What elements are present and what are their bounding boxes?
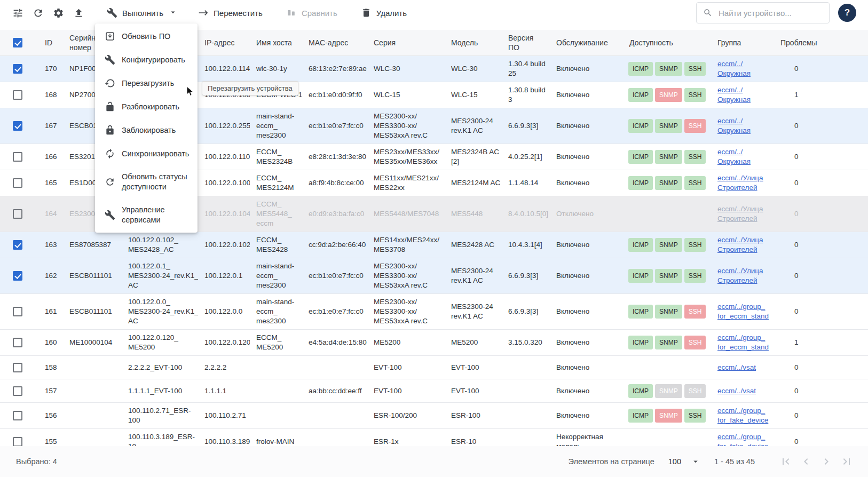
menu-item-reboot[interactable]: Перезагрузить <box>95 71 198 95</box>
serial-cell <box>63 379 122 403</box>
version-cell: 4.0.25.2[1] <box>502 144 550 170</box>
row-checkbox[interactable] <box>13 152 22 162</box>
move-button[interactable]: Переместить <box>194 4 267 21</box>
row-checkbox[interactable] <box>13 121 22 131</box>
service-cell: Включено <box>550 258 623 294</box>
group-link[interactable]: eccm/../Улица Строителей <box>717 267 763 284</box>
table-row[interactable]: 1571.1.1.1_EVT-1001.1.1.1aa:bb:cc:dd:ee:… <box>0 379 868 403</box>
row-checkbox[interactable] <box>13 271 22 281</box>
move-label: Переместить <box>214 9 263 18</box>
group-link[interactable]: eccm/../Улица Строителей <box>717 174 763 192</box>
row-checkbox[interactable] <box>13 386 22 396</box>
menu-item-configure[interactable]: Конфигурировать <box>95 48 198 71</box>
table-row[interactable]: 163ES87085387100.122.0.102_ MES2428_AC10… <box>0 232 868 258</box>
group-link[interactable]: eccm/../group_ for_eccm_stand <box>717 333 769 351</box>
filter-columns-button[interactable] <box>7 3 28 23</box>
next-page-button[interactable] <box>819 454 834 469</box>
row-checkbox[interactable] <box>13 437 22 447</box>
row-checkbox[interactable] <box>13 240 22 250</box>
availability-badge-snmp: SNMP <box>655 409 682 423</box>
model-cell: MES2300-24 rev.K1 AC <box>445 108 502 144</box>
availability-badge-icmp: ICMP <box>628 305 653 319</box>
table-row[interactable]: 160ME10000104100.122.0.120_ ME5200100.12… <box>0 330 868 356</box>
delete-button[interactable]: Удалить <box>357 4 411 21</box>
menu-item-lock[interactable]: Заблокировать <box>95 118 198 142</box>
group-link[interactable]: eccm/../vsat <box>717 363 756 371</box>
row-checkbox[interactable] <box>13 64 22 74</box>
row-checkbox[interactable] <box>13 209 22 219</box>
table-row[interactable]: 161ESCB011101100.122.0.0_ MES2300-24_rev… <box>0 294 868 330</box>
checkbox-cell <box>0 356 38 379</box>
menu-item-unlock[interactable]: Разблокировать <box>95 95 198 118</box>
name-cell: 100.122.0.1_ MES2300-24_rev.K1_ AC <box>122 258 198 294</box>
menu-item-label: Синхронизировать <box>122 149 189 159</box>
availability-badge-ssh: SSH <box>684 384 706 398</box>
service-cell: Включено <box>550 403 623 429</box>
ip-cell: 100.122.0.114 <box>198 56 250 82</box>
group-link[interactable]: eccm/../Улица Строителей <box>717 236 763 253</box>
id-cell: 157 <box>38 379 63 403</box>
row-checkbox[interactable] <box>13 90 22 100</box>
menu-item-manage-services[interactable]: Управление сервисами <box>95 198 198 232</box>
prev-page-button[interactable] <box>799 454 814 469</box>
refresh-button[interactable] <box>28 3 48 23</box>
row-checkbox[interactable] <box>13 338 22 347</box>
menu-item-synchronize[interactable]: Синхронизировать <box>95 142 198 165</box>
checkbox-cell <box>0 82 38 108</box>
problems-cell: 0 <box>774 294 868 330</box>
chevron-down-icon <box>168 7 178 19</box>
problems-cell: 0 <box>774 356 868 379</box>
row-checkbox[interactable] <box>13 178 22 188</box>
help-button[interactable]: ? <box>838 4 856 22</box>
serial-cell <box>63 356 122 379</box>
ip-cell: 100.122.0.255 <box>198 108 250 144</box>
select-all-checkbox[interactable] <box>13 38 22 47</box>
upload-button[interactable] <box>68 3 89 23</box>
execute-button[interactable]: Выполнить <box>102 4 182 22</box>
selection-count: Выбрано: 4 <box>16 457 57 466</box>
id-cell: 158 <box>38 356 63 379</box>
group-link[interactable]: eccm/../Улица Строителей <box>717 205 763 222</box>
group-link[interactable]: eccm/../vsat <box>717 387 756 395</box>
per-page-select[interactable]: 100 <box>668 457 700 466</box>
checkbox-cell <box>0 258 38 294</box>
availability-cell: ICMPSNMPSSH <box>623 258 711 294</box>
availability-cell: ICMPSNMPSSH <box>623 56 711 82</box>
menu-item-refresh-statuses[interactable]: Обновить статусы доступности <box>95 165 198 198</box>
group-link[interactable]: eccm/../ Окружная <box>717 86 751 104</box>
version-cell: 8.4.0.10.5[0] <box>502 196 550 232</box>
row-checkbox[interactable] <box>13 411 22 420</box>
host-cell <box>250 379 302 403</box>
name-cell: 100.122.0.102_ MES2428_AC <box>122 232 198 258</box>
series-cell: ESR-100/200 <box>367 403 445 429</box>
group-link[interactable]: eccm/../ Окружная <box>717 148 751 165</box>
model-cell: MES2300-24 rev.K1 AC <box>445 294 502 330</box>
checkbox-cell <box>0 144 38 170</box>
table-row[interactable]: 162ESCB011101100.122.0.1_ MES2300-24_rev… <box>0 258 868 294</box>
search-input[interactable] <box>717 8 823 18</box>
group-link[interactable]: eccm/../ Окружная <box>717 117 751 134</box>
group-link[interactable]: eccm/../group_ for_eccm_stand <box>717 303 769 320</box>
service-cell: Включено <box>550 232 623 258</box>
row-checkbox[interactable] <box>13 363 22 372</box>
model-cell: MES2124M AC <box>445 170 502 196</box>
compare-icon <box>286 7 297 18</box>
menu-item-update-firmware[interactable]: Обновить ПО <box>95 25 198 48</box>
group-link[interactable]: eccm/../ Окружная <box>717 60 751 77</box>
checkbox-cell <box>0 403 38 429</box>
last-page-button[interactable] <box>839 454 854 469</box>
first-page-button[interactable] <box>778 454 793 469</box>
series-cell: MES14xx/MES24xx/ MES3708 <box>367 232 445 258</box>
table-row[interactable]: 156100.110.2.71_ESR- 100100.110.2.71ESR-… <box>0 403 868 429</box>
checkbox-cell <box>0 56 38 82</box>
mac-cell: e0:d9:e3:ba:fa:c0 <box>302 196 367 232</box>
table-row[interactable]: 1582.2.2.2_EVT-1002.2.2.2EVT-100EVT-100В… <box>0 356 868 379</box>
group-cell: eccm/../ Окружная <box>711 56 774 82</box>
group-link[interactable]: eccm/../group_ for_fake_device <box>717 407 768 424</box>
row-checkbox[interactable] <box>13 307 22 316</box>
compare-button[interactable]: Сравнить <box>282 4 342 21</box>
settings-button[interactable] <box>48 3 68 23</box>
name-cell: 100.122.0.120_ ME5200 <box>122 330 198 356</box>
service-cell: Включено <box>550 379 623 403</box>
id-cell: 165 <box>38 170 63 196</box>
